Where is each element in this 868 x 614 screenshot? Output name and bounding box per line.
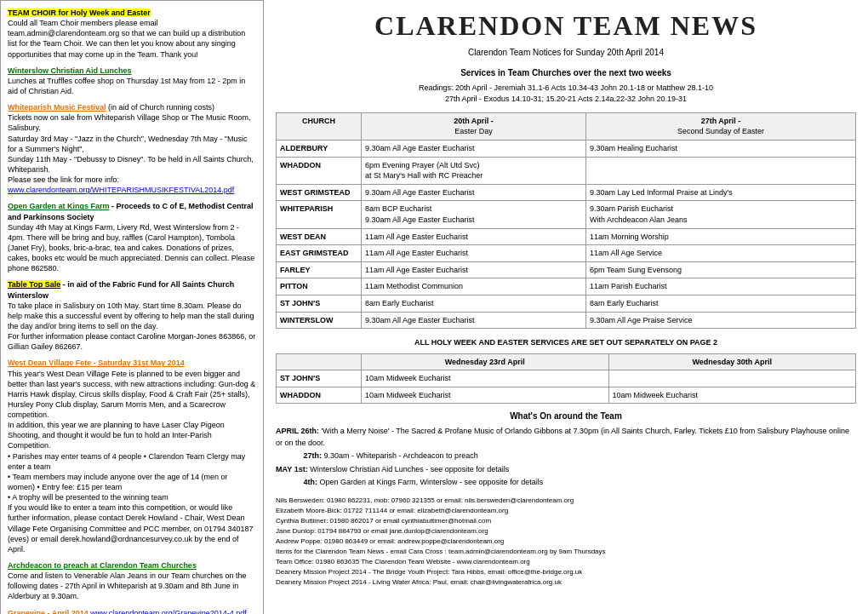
whiteparish-title-suffix: (in aid of Church running costs) xyxy=(106,103,215,112)
second-col2-cell: 10am Midweek Eucharist xyxy=(608,387,856,404)
table-row: FARLEY11am All Age Easter Eucharist6pm T… xyxy=(277,261,856,278)
whiteparish-section: Whiteparish Music Festival (in aid of Ch… xyxy=(8,102,256,195)
west-dean-section: West Dean Village Fete - Saturday 31st M… xyxy=(8,358,256,554)
second-church-cell: ST JOHN'S xyxy=(277,370,362,387)
whats-on-item: APRIL 26th: 'With a Merry Noise' - The S… xyxy=(276,426,856,449)
second-col2-cell xyxy=(608,370,856,387)
date2-header: 27th April -Second Sunday of Easter xyxy=(586,112,856,140)
archdeacon-section: Archdeacon to preach at Clarendon Team C… xyxy=(8,560,256,602)
table-row: PITTON11am Methodist Communion11am Paris… xyxy=(277,278,856,296)
contact-line: Jane Dunlop: 01794 884793 or email jane.… xyxy=(276,526,856,537)
contact-line: Elizabeth Moore-Bick: 01722 711144 or em… xyxy=(276,506,856,516)
church-header: CHURCH xyxy=(277,112,362,140)
table-row: WEST DEAN11am All Age Easter Eucharist11… xyxy=(277,228,856,245)
whats-on-text: 9.30am - Whiteparish - Archdeacon to pre… xyxy=(324,451,478,460)
church-col1-cell: 11am All Age Easter Eucharist xyxy=(362,245,586,262)
whiteparish-link[interactable]: www.clarendonteam.org/WHITEPARISHMUSIKFE… xyxy=(8,186,234,194)
table-row: ST JOHN'S10am Midweek Eucharist xyxy=(277,370,856,387)
whats-on-month: MAY xyxy=(276,465,292,473)
whats-on-text: Winterslow Christian Aid Lunches - see o… xyxy=(310,465,509,473)
second-col1-cell: 10am Midweek Eucharist xyxy=(362,387,609,404)
contact-line: Items for the Clarendon Team News - emai… xyxy=(276,547,856,557)
second-col1-cell: 10am Midweek Eucharist xyxy=(362,370,609,387)
church-name-cell: WINTERSLOW xyxy=(277,312,362,329)
contact-line: Team Office: 01980 863635 The Clarendon … xyxy=(276,557,856,567)
left-panel: TEAM CHOIR for Holy Week and Easter Coul… xyxy=(0,0,264,614)
church-name-cell: FARLEY xyxy=(277,261,362,278)
table-top-title: Table Top Sale xyxy=(8,280,60,289)
whats-on-item: MAY 1st: Winterslow Christian Aid Lunche… xyxy=(276,464,856,476)
whats-on-heading: What's On around the Team xyxy=(276,410,856,422)
date1-header: 20th April -Easter Day xyxy=(362,112,586,140)
team-choir-body: Could all Team Choir members please emai… xyxy=(8,19,245,58)
team-choir-title: TEAM CHOIR for Holy Week and Easter xyxy=(8,9,151,17)
open-garden-body: Sunday 4th May at Kings Farm, Livery Rd,… xyxy=(8,223,254,273)
team-choir-section: TEAM CHOIR for Holy Week and Easter Coul… xyxy=(8,8,256,60)
whats-on-item: 4th: Open Garden at Kings Farm, Wintersl… xyxy=(276,477,856,489)
church-col2-cell: 6pm Team Sung Evensong xyxy=(586,261,856,278)
church-name-cell: WHADDON xyxy=(277,157,362,184)
table-row: WHITEPARISH8am BCP Eucharist 9.30am All … xyxy=(277,201,856,228)
readings-line1: Readings: 20th April - Jeremiah 31.1-6 A… xyxy=(419,83,713,92)
church-name-cell: WEST DEAN xyxy=(277,228,362,245)
church-table: CHURCH 20th April -Easter Day 27th April… xyxy=(276,112,856,329)
church-name-cell: EAST GRIMSTEAD xyxy=(277,245,362,262)
readings-line2: 27th April - Exodus 14.10-31; 15.20-21 A… xyxy=(445,95,687,103)
church-col2-cell: 9.30am Parish Eucharist With Archdeacon … xyxy=(586,201,856,228)
whats-on-text: Open Garden at Kings Farm, Winterslow - … xyxy=(320,478,544,486)
whats-on-day: 27th: xyxy=(304,451,323,460)
whats-on-day: 4th: xyxy=(304,478,318,486)
church-col2-cell: 11am Morning Worship xyxy=(586,228,856,245)
whiteparish-title: Whiteparish Music Festival xyxy=(8,103,106,112)
table-row: WHADDON6pm Evening Prayer (Alt Utd Svc) … xyxy=(277,157,856,184)
whats-on-day: 26th: xyxy=(301,427,320,435)
church-col1-cell: 8am Early Eucharist xyxy=(362,295,586,312)
services-heading: Services in Team Churches over the next … xyxy=(276,67,856,79)
archdeacon-title: Archdeacon to preach at Clarendon Team C… xyxy=(8,561,197,570)
archdeacon-body: Come and listen to Venerable Alan Jeans … xyxy=(8,571,247,600)
church-name-cell: WHITEPARISH xyxy=(277,201,362,228)
church-col1-cell: 11am All Age Easter Eucharist xyxy=(362,261,586,278)
church-col2-cell xyxy=(586,157,856,184)
church-name-cell: ALDERBURY xyxy=(277,140,362,157)
church-name-cell: PITTON xyxy=(277,278,362,296)
whiteparish-body: Tickets now on sale from Whiteparish Vil… xyxy=(8,113,254,194)
table-row: EAST GRIMSTEAD11am All Age Easter Euchar… xyxy=(277,245,856,262)
table-row: WHADDON10am Midweek Eucharist10am Midwee… xyxy=(277,387,856,404)
second-church-cell: WHADDON xyxy=(277,387,362,404)
main-title: CLARENDON TEAM NEWS xyxy=(276,7,856,45)
church-col1-cell: 11am Methodist Communion xyxy=(362,278,586,296)
contact-line: Nils Bersweden: 01980 862231, mob: 07960… xyxy=(276,496,856,506)
footer-contacts: Nils Bersweden: 01980 862231, mob: 07960… xyxy=(276,496,856,588)
grapevine-section: Grapevine - April 2014 www.clarendonteam… xyxy=(8,608,256,614)
west-dean-body: This year's West Dean Village Fete is pl… xyxy=(8,370,255,554)
church-col2-cell: 8am Early Eucharist xyxy=(586,295,856,312)
contact-line: Andrew Poppe: 01980 863449 or email: and… xyxy=(276,537,856,547)
whats-on-day: 1st: xyxy=(294,465,308,473)
church-col2-cell: 9.30am Lay Led Informal Praise at Lindy'… xyxy=(586,184,856,201)
open-garden-title: Open Garden at Kings Farm xyxy=(8,202,110,210)
contact-line: Deanery Mission Project 2014 - The Bridg… xyxy=(276,567,856,577)
church-col1-cell: 6pm Evening Prayer (Alt Utd Svc) at St M… xyxy=(362,157,586,184)
church-col2-cell: 11am All Age Service xyxy=(586,245,856,262)
church-col1-cell: 9.30am All Age Easter Eucharist xyxy=(362,184,586,201)
readings: Readings: 20th April - Jeremiah 31.1-6 A… xyxy=(276,83,856,106)
grapevine-title: Grapevine - April 2014 xyxy=(8,609,89,614)
whats-on-month: APRIL xyxy=(276,427,299,435)
contact-line: Deanery Mission Project 2014 - Living Wa… xyxy=(276,577,856,588)
church-col2-cell: 9.30am All Age Praise Service xyxy=(586,312,856,329)
winterslow-title: Winterslow Christian Aid Lunches xyxy=(8,66,132,75)
table-top-section: Table Top Sale - in aid of the Fabric Fu… xyxy=(8,279,256,352)
second-date1-header: Wednesday 23rd April xyxy=(362,353,609,370)
whats-on-item: 27th: 9.30am - Whiteparish - Archdeacon … xyxy=(276,450,856,462)
church-col1-cell: 9.30am All Age Easter Eucharist xyxy=(362,140,586,157)
whats-on-content: APRIL 26th: 'With a Merry Noise' - The S… xyxy=(276,426,856,489)
church-name-cell: WEST GRIMSTEAD xyxy=(277,184,362,201)
table-row: ALDERBURY9.30am All Age Easter Eucharist… xyxy=(277,140,856,157)
table-row: WINTERSLOW9.30am All Age Easter Eucharis… xyxy=(277,312,856,329)
west-dean-title: West Dean Village Fete - Saturday 31st M… xyxy=(8,359,185,367)
grapevine-link[interactable]: www.clarendonteam.org/Grapevine2014-4.pd… xyxy=(90,609,247,614)
church-name-cell: ST JOHN'S xyxy=(277,295,362,312)
church-col1-cell: 11am All Age Easter Eucharist xyxy=(362,228,586,245)
winterslow-body: Lunches at Truffles coffee shop on Thurs… xyxy=(8,77,245,95)
